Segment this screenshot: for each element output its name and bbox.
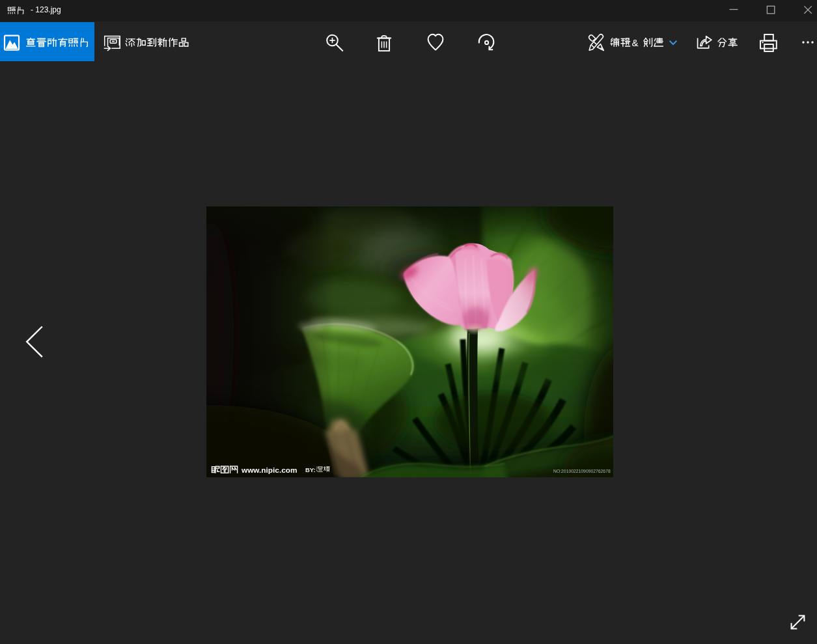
svg-text:&: &: [632, 37, 639, 48]
